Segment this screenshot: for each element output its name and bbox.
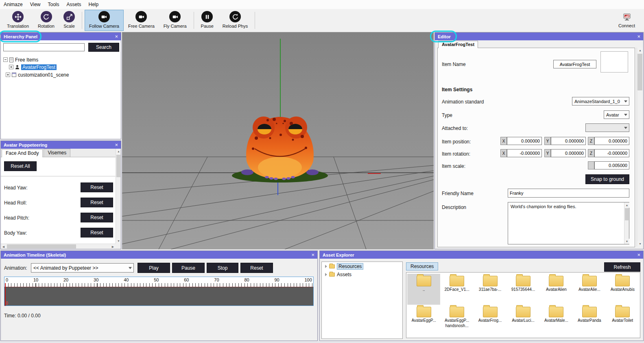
folder-item[interactable]: AvatarMale... [540,305,573,336]
scroll-up-icon[interactable]: ▲ [624,202,629,208]
pause-button-timeline[interactable]: Pause [172,263,205,273]
scale-input[interactable] [594,161,629,169]
reset-all-button[interactable]: Reset All [4,161,37,171]
fly-camera-button[interactable]: Fly Camera [159,10,191,31]
timeline-track[interactable]: 0 [4,287,313,306]
head-roll-reset-button[interactable]: Reset [81,198,113,207]
folder-item[interactable]: AvatarAnubis [606,274,639,305]
close-icon[interactable]: × [637,34,640,39]
animation-standard-select[interactable]: AnimazeStandard_1_0 [572,97,629,106]
tab-resources[interactable]: Resources [406,262,438,270]
folder-item-up[interactable]: .. [407,274,440,305]
reset-button-timeline[interactable]: Reset [240,263,273,273]
scroll-right-icon[interactable]: ▶ [110,244,116,249]
menu-view[interactable]: View [26,2,44,7]
folder-icon [615,307,630,317]
description-textarea[interactable]: World's champion for eating flies. [508,202,629,244]
search-button[interactable]: Search [88,43,119,52]
scroll-down-icon[interactable]: ▼ [637,241,643,246]
folder-item[interactable]: AvatarToilet [606,305,639,336]
close-icon[interactable]: × [115,34,118,39]
folder-item[interactable]: 915735644... [506,274,539,305]
description-scrollbar[interactable]: ▲ ▼ [624,202,629,244]
body-yaw-reset-button[interactable]: Reset [81,228,113,237]
scrollbar-thumb[interactable] [116,155,120,177]
editor-scrollbar[interactable]: ▲ ▼ [637,48,643,246]
menu-assets[interactable]: Assets [63,2,85,7]
folder-item[interactable]: AvatarAlien [540,274,573,305]
stop-button[interactable]: Stop [207,263,238,273]
folder-label: AvatarAlie... [579,287,600,292]
scroll-down-icon[interactable]: ▼ [116,238,121,244]
folder-item[interactable]: 2DFace_V1... [440,274,473,305]
tree-item-free-items[interactable]: Free Items [3,56,38,63]
item-name-input[interactable] [553,60,596,68]
chevron-right-icon[interactable] [325,273,327,276]
scroll-up-icon[interactable]: ▲ [637,48,643,53]
folder-item[interactable]: AvatarPanda [573,305,606,336]
pause-button[interactable]: Pause [196,10,218,31]
close-icon[interactable]: × [637,252,640,257]
rotation-z-input[interactable] [594,149,629,157]
search-input[interactable] [3,43,85,51]
tree-item-avatarfrogtest[interactable]: AvatarFrogTest [9,64,57,70]
friendly-name-input[interactable] [508,189,629,198]
tab-visemes[interactable]: Visemes [44,149,70,157]
editor-panel: Editor × AvatarFrogTest Item Name Item S… [434,32,644,249]
scrollbar-thumb[interactable] [7,244,76,248]
axis-y-label: Y [544,149,551,157]
reload-phys-button[interactable]: Reload Phys [218,10,252,31]
translation-button[interactable]: Translation [2,10,33,31]
menu-help[interactable]: Help [85,2,103,7]
rotation-x-input[interactable] [507,149,542,157]
tab-face-and-body[interactable]: Face And Body [2,149,43,157]
viewport-canvas[interactable] [122,32,434,249]
scroll-left-icon[interactable]: ◀ [1,244,6,249]
play-button[interactable]: Play [138,263,170,273]
folder-item[interactable]: AvatarFrog... [474,305,506,336]
expand-icon[interactable] [6,73,10,77]
head-pitch-reset-button[interactable]: Reset [81,213,113,222]
scroll-up-icon[interactable]: ▲ [116,149,121,154]
rotation-button[interactable]: Rotation [33,10,59,31]
asset-tree-resources[interactable]: Resources [322,262,402,270]
follow-camera-button[interactable]: Follow Camera [85,10,124,31]
tab-avatarfrogtest[interactable]: AvatarFrogTest [438,41,478,48]
vertical-scrollbar[interactable]: ▲ ▼ [116,149,121,244]
connect-button[interactable]: Connect [618,13,635,28]
scale-button[interactable]: Scale [59,10,79,31]
horizontal-scrollbar[interactable]: ◀ ▶ [1,244,116,249]
animation-select[interactable]: << Animated by Puppeteer >> [31,263,134,273]
scrollbar-thumb[interactable] [637,54,642,90]
snap-to-ground-button[interactable]: Snap to ground [585,174,629,184]
expand-icon[interactable] [9,65,13,69]
close-icon[interactable]: × [115,142,118,147]
type-select[interactable]: Avatar [604,110,629,119]
folder-item[interactable]: AvatarEggP... handsnosh... [440,305,473,336]
folder-item[interactable]: AvatarEggP... [407,305,440,336]
scrollbar-thumb[interactable] [625,208,629,220]
folder-icon [483,276,498,286]
chevron-right-icon[interactable] [325,265,327,268]
scroll-down-icon[interactable]: ▼ [624,239,629,244]
position-z-input[interactable] [594,137,629,145]
head-yaw-reset-button[interactable]: Reset [81,182,113,192]
refresh-button[interactable]: Refresh [604,262,640,272]
frog-avatar[interactable] [232,117,328,182]
timeline-ruler[interactable]: 0 10 20 30 40 50 60 70 80 90 100 0 [4,277,314,306]
free-camera-button[interactable]: Free Camera [124,10,159,31]
collapse-icon[interactable] [3,57,8,62]
folder-item[interactable]: 311ae7ba-... [474,274,506,305]
menu-animaze[interactable]: Animaze [0,2,26,7]
close-icon[interactable]: × [311,252,314,257]
attached-to-select[interactable] [585,123,629,132]
axis-z-label: Z [588,149,594,157]
position-x-input[interactable] [507,137,542,145]
asset-tree-assets[interactable]: Assets [322,270,402,278]
menu-tools[interactable]: Tools [44,2,63,7]
folder-item[interactable]: AvatarAlie... [573,274,606,305]
folder-item[interactable]: AvatarLuci... [506,305,539,336]
rotation-y-input[interactable] [551,149,586,157]
tree-item-customization-scene[interactable]: customization01_scene [6,71,69,78]
position-y-input[interactable] [551,137,586,145]
